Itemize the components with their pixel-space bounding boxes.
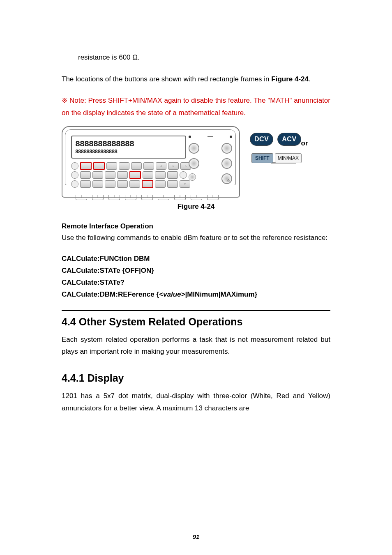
bottom-slots [76, 195, 219, 200]
lcd-display: 8888888888888 888888888888888 [71, 136, 186, 159]
panel-button [155, 171, 166, 179]
panel-button [131, 162, 142, 170]
panel-button [105, 171, 115, 179]
section-divider [62, 310, 330, 311]
panel-button [106, 162, 117, 170]
device-panel-illustration: 8888888888888 888888888888888 ◁ ▷ △ [62, 126, 242, 200]
hazard-icon: ⚠ [226, 178, 231, 183]
page-number: 91 [0, 533, 392, 540]
command-line-2: CALCulate:STATe {OFF|ON} [62, 265, 330, 277]
panel-button [143, 162, 154, 170]
panel-button [167, 171, 178, 179]
vent-slot [207, 195, 219, 200]
minmax-button [129, 171, 141, 179]
shift-button [142, 180, 153, 188]
vent-slot [191, 195, 202, 200]
lcd-primary-digits: 8888888888888 [75, 140, 134, 148]
panel-button [92, 180, 103, 188]
vent-slot [125, 195, 136, 200]
command-line-4: CALCulate:DBM:REFerence {<value>|MINimum… [62, 289, 330, 301]
input-jack-hi [221, 143, 232, 154]
panel-button [71, 180, 78, 188]
power-button [71, 162, 78, 170]
dcv-button [80, 162, 92, 170]
indent-text: resistance is 600 Ω. [78, 53, 330, 62]
input-jack-lo-sense [189, 158, 199, 169]
side-controls: DCV ACV or SHIFT MIN/MAX [250, 126, 330, 166]
input-jack-hi-sense [189, 143, 199, 154]
locations-paragraph: The locations of the buttons are shown w… [62, 73, 330, 85]
panel-button [80, 180, 91, 188]
panel-button [92, 171, 103, 179]
terminal-dot [230, 136, 232, 138]
panel-button [117, 180, 128, 188]
locations-text-2: . [309, 75, 311, 83]
locations-text-1: The locations of the buttons are shown w… [62, 75, 271, 83]
panel-button [143, 171, 153, 179]
panel-button [129, 180, 140, 188]
locations-fig-ref: Figure 4-24 [271, 75, 309, 83]
figure-caption: Figure 4-24 [62, 203, 330, 211]
panel-button [155, 180, 166, 188]
remote-interface-paragraph: Use the following commands to enable dBm… [62, 232, 330, 244]
subsection-divider [62, 367, 330, 367]
device-inner-frame: 8888888888888 888888888888888 ◁ ▷ △ [65, 129, 236, 185]
command-block: CALCulate:FUNCtion DBM CALCulate:STATe {… [62, 253, 330, 301]
command-line-1: CALCulate:FUNCtion DBM [62, 253, 330, 265]
vent-slot [76, 195, 87, 200]
right-arrow-button: ▷ [168, 162, 179, 170]
terminal-dot [189, 136, 191, 138]
command-line-3: CALCulate:STATe? [62, 277, 330, 289]
button-row-3: ▽ [71, 180, 190, 188]
input-jack-lo [221, 158, 232, 169]
input-jack-amp [189, 173, 196, 181]
dcv-pill: DCV [250, 133, 273, 146]
panel-button [167, 180, 178, 188]
shift-key-callout: SHIFT [251, 153, 273, 163]
panel-button [80, 171, 91, 179]
section-4-4-paragraph: Each system related operation performs a… [62, 334, 330, 358]
lcd-secondary-digits: 888888888888888 [75, 149, 117, 154]
button-row-1: ◁ ▷ △ [71, 162, 191, 170]
panel-button [105, 180, 115, 188]
remote-interface-heading: Remote Interface Operation [62, 222, 330, 230]
minmax-key-callout: MIN/MAX [275, 153, 302, 163]
section-4-4-1-paragraph: 1201 has a 5x7 dot matrix, dual-display … [62, 390, 330, 415]
vent-slot [92, 195, 104, 200]
panel-button [119, 162, 129, 170]
acv-button [93, 162, 105, 170]
button-row-2 [71, 171, 187, 179]
vent-slot [108, 195, 120, 200]
panel-button [180, 171, 187, 179]
figure-row: 8888888888888 888888888888888 ◁ ▷ △ [62, 126, 330, 200]
vent-slot [158, 195, 169, 200]
left-arrow-button: ◁ [156, 162, 166, 170]
panel-button [71, 171, 78, 179]
section-4-4-1-heading: 4.4.1 Display [62, 372, 330, 384]
note-paragraph: ※ Note: Press SHIFT+MIN/MAX again to dis… [62, 94, 330, 119]
vent-slot [141, 195, 153, 200]
vent-slot [174, 195, 186, 200]
terminal-panel [189, 136, 232, 184]
or-label: or [279, 139, 330, 147]
section-4-4-heading: 4.4 Other System Related Operations [62, 316, 330, 328]
panel-button [117, 171, 128, 179]
